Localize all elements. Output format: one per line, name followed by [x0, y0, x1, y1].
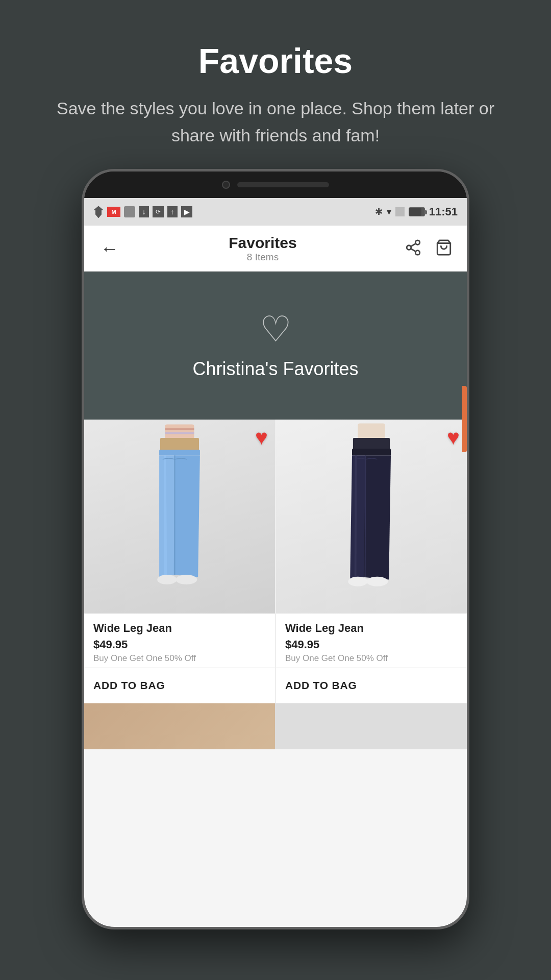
page-background: Favorites Save the styles you love in on…: [0, 0, 551, 980]
svg-point-19: [367, 577, 388, 586]
share-icon: [405, 239, 422, 256]
back-button[interactable]: ←: [94, 234, 125, 263]
peek-item-2: [276, 703, 467, 749]
product-price-1: $49.95: [93, 638, 266, 651]
hero-banner: ♡ Christina's Favorites: [84, 272, 467, 420]
page-header: Favorites Save the styles you love in on…: [0, 0, 551, 169]
status-bar-right-icons: ✱ ▾ 11:51: [375, 205, 458, 218]
hero-heart-icon: ♡: [260, 311, 292, 347]
add-to-bag-button-2[interactable]: ADD TO BAG: [276, 668, 467, 703]
peek-item-1: [84, 703, 276, 749]
share-button[interactable]: [400, 235, 426, 262]
phone-frame: M ↓ ⟳ ↑ ▶ ✱ ▾ 11:51: [82, 169, 469, 929]
app-bar-item-count: 8 Items: [125, 252, 400, 263]
svg-rect-10: [159, 450, 200, 455]
pin-icon: [93, 206, 104, 218]
time-display: 11:51: [429, 205, 458, 218]
product-promo-2: Buy One Get One 50% Off: [285, 653, 458, 664]
product-card-1: ♥ Wide Leg Jean $49.95 Buy One Get One 5…: [84, 420, 276, 703]
svg-rect-8: [165, 432, 194, 434]
speaker-bar: [237, 182, 329, 187]
bag-button[interactable]: [431, 235, 457, 262]
hero-favorites-title: Christina's Favorites: [193, 358, 359, 380]
gmail-icon: M: [107, 207, 120, 217]
misc-icon1: ⟳: [153, 206, 164, 217]
page-title: Favorites: [41, 41, 510, 81]
upload-icon: ↑: [167, 206, 178, 217]
play-icon: ▶: [181, 206, 192, 217]
svg-point-18: [348, 577, 367, 586]
app-bar-title-area: Favorites 8 Items: [125, 234, 400, 263]
bluetooth-icon: ✱: [375, 206, 383, 217]
phone-top-area: [84, 172, 467, 198]
battery-icon: [409, 207, 425, 216]
bag-icon: [435, 239, 453, 256]
favorite-button-1[interactable]: ♥: [255, 427, 268, 448]
product-info-2: Wide Leg Jean $49.95 Buy One Get One 50%…: [276, 614, 467, 668]
signal-icon: [395, 207, 405, 216]
svg-rect-7: [165, 428, 194, 430]
product-price-2: $49.95: [285, 638, 458, 651]
svg-line-3: [411, 249, 416, 252]
wifi-icon: ▾: [387, 206, 391, 217]
svg-rect-6: [165, 425, 194, 439]
add-to-bag-button-1[interactable]: ADD TO BAG: [84, 668, 275, 703]
product-name-1: Wide Leg Jean: [93, 622, 266, 635]
app-bar-actions: [400, 235, 457, 262]
bottom-peek-row: [84, 703, 467, 749]
app-bar: ← Favorites 8 Items: [84, 226, 467, 272]
svg-rect-14: [358, 424, 385, 439]
svg-line-17: [365, 456, 366, 577]
svg-point-12: [176, 575, 197, 584]
product-image-1: [129, 420, 231, 614]
product-image-container-2: ♥: [276, 420, 467, 614]
svg-rect-16: [352, 449, 391, 455]
status-bar: M ↓ ⟳ ↑ ▶ ✱ ▾ 11:51: [84, 198, 467, 226]
products-grid: ♥ Wide Leg Jean $49.95 Buy One Get One 5…: [84, 420, 467, 703]
phone-screen: M ↓ ⟳ ↑ ▶ ✱ ▾ 11:51: [84, 198, 467, 927]
page-subtitle: Save the styles you love in one place. S…: [41, 95, 510, 149]
camera-dot: [222, 181, 230, 189]
product-card-2: ♥ Wide Leg Jean $49.95 Buy One Get One 5…: [276, 420, 467, 703]
favorite-button-2[interactable]: ♥: [447, 427, 460, 448]
download-icon: ↓: [139, 206, 149, 217]
product-image-container-1: ♥: [84, 420, 275, 614]
svg-point-11: [157, 575, 177, 584]
app-bar-title: Favorites: [125, 234, 400, 252]
status-bar-left-icons: M ↓ ⟳ ↑ ▶: [93, 206, 192, 218]
right-edge-accent: [462, 386, 467, 452]
product-name-2: Wide Leg Jean: [285, 622, 458, 635]
product-image-2: [320, 420, 422, 614]
photos-icon: [124, 206, 135, 217]
svg-line-4: [411, 244, 416, 247]
product-promo-1: Buy One Get One 50% Off: [93, 653, 266, 664]
product-info-1: Wide Leg Jean $49.95 Buy One Get One 50%…: [84, 614, 275, 668]
svg-rect-9: [160, 438, 199, 452]
